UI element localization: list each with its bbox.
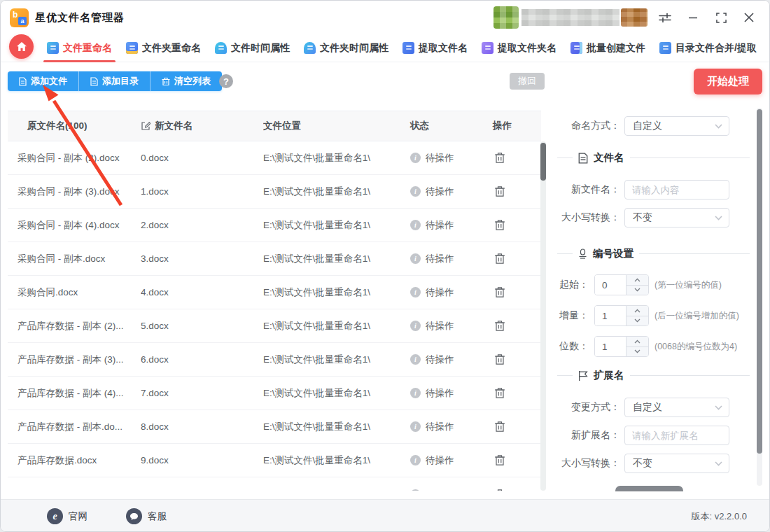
- delete-row-button[interactable]: [493, 386, 507, 400]
- table-row[interactable]: 产品库存数据.docx 9.docx E:\测试文件\批量重命名1\ 待操作: [8, 444, 541, 477]
- tab-merge-extract[interactable]: 目录文件合并/提取: [659, 34, 757, 62]
- merge-extract-icon: [659, 42, 671, 54]
- cell-new-name: 6.docx: [141, 354, 263, 365]
- digits-row: 位数： (0068的编号位数为4): [547, 336, 769, 357]
- trash-icon: [494, 152, 505, 164]
- tab-extract-foldername[interactable]: 提取文件夹名: [482, 34, 556, 62]
- trash-icon: [494, 186, 505, 197]
- ext-case-convert-select[interactable]: 不变: [624, 454, 729, 473]
- help-glyph: ?: [223, 76, 229, 87]
- change-mode-select[interactable]: 自定义: [624, 398, 729, 417]
- cell-new-name: 1.docx: [141, 186, 263, 197]
- status-text: 待操作: [426, 152, 454, 164]
- new-filename-input[interactable]: [624, 180, 729, 200]
- start-number-input[interactable]: [595, 275, 626, 295]
- new-filename-row: 新文件名：: [547, 180, 769, 200]
- table-row[interactable]: 产品库存数据 - 副本.do... 8.docx E:\测试文件\批量重命名1\…: [8, 410, 541, 444]
- tab-extract-filename[interactable]: 提取文件名: [402, 34, 468, 62]
- start-number-stepper: [594, 274, 649, 295]
- tab-file-rename[interactable]: 文件重命名: [47, 34, 112, 62]
- maximize-button[interactable]: [710, 7, 732, 28]
- stepper-down-icon[interactable]: [626, 347, 648, 357]
- table-row[interactable]: 采购合同 - 副本 (2).docx 0.docx E:\测试文件\批量重命名1…: [8, 141, 541, 175]
- table-row[interactable]: 采购合同 - 副本 (3).docx 1.docx E:\测试文件\批量重命名1…: [8, 175, 541, 209]
- close-button[interactable]: [738, 7, 760, 28]
- table-row[interactable]: 产品库存数据 - 副本 (4)... 7.docx E:\测试文件\批量重命名1…: [8, 377, 541, 410]
- table-row[interactable]: 采购合同.docx 4.docx E:\测试文件\批量重命名1\ 待操作: [8, 276, 541, 309]
- minimize-button[interactable]: [682, 7, 704, 28]
- col-status: 状态: [410, 120, 489, 132]
- tab-file-time[interactable]: 文件时间属性: [215, 34, 290, 62]
- tab-folder-rename[interactable]: 文件夹重命名: [126, 34, 201, 62]
- tab-folder-time[interactable]: 文件夹时间属性: [304, 34, 388, 62]
- delete-row-button[interactable]: [493, 318, 507, 333]
- delete-row-button[interactable]: [493, 184, 507, 199]
- help-button[interactable]: ?: [219, 74, 233, 88]
- increment-input[interactable]: [595, 306, 626, 326]
- user-avatar[interactable]: [493, 6, 519, 29]
- chevron-down-icon: [715, 216, 722, 220]
- undo-button[interactable]: 撤回: [510, 73, 545, 90]
- settings-panel: 命名方式： 自定义 文件名 新文件名： 大小写转换： 不变: [547, 104, 769, 491]
- status-text: 待操作: [426, 219, 454, 232]
- table-scrollbar-thumb[interactable]: [540, 143, 546, 181]
- panel-scrollbar-thumb[interactable]: [757, 109, 762, 454]
- cell-new-name: 9.docx: [141, 455, 263, 465]
- stepper-up-icon[interactable]: [626, 306, 648, 316]
- info-icon: [410, 489, 421, 491]
- naming-mode-select[interactable]: 自定义: [624, 116, 729, 136]
- cell-file-location: E:\测试文件\批量重命名1\: [263, 454, 410, 467]
- chevron-down-icon: [715, 405, 722, 410]
- numbering-icon: [578, 248, 587, 259]
- table-scrollbar[interactable]: [540, 141, 546, 491]
- delete-row-button[interactable]: [493, 150, 507, 165]
- panel-scrollbar[interactable]: [757, 108, 762, 486]
- status-text: 待操作: [426, 286, 454, 299]
- delete-row-button[interactable]: [493, 251, 507, 266]
- stepper-up-icon[interactable]: [626, 275, 648, 286]
- delete-row-button[interactable]: [493, 352, 507, 367]
- start-process-button[interactable]: 开始处理: [694, 69, 762, 94]
- cell-original-name: 采购合同.docx: [8, 286, 141, 299]
- trash-icon: [494, 387, 505, 399]
- extract-foldername-icon: [482, 42, 493, 54]
- info-icon: [410, 253, 421, 264]
- stepper-up-icon[interactable]: [626, 337, 648, 347]
- case-convert-select[interactable]: 不变: [624, 208, 729, 227]
- delete-row-button[interactable]: [493, 419, 507, 434]
- digits-input[interactable]: [595, 337, 626, 356]
- new-filename-label: 新文件名：: [547, 183, 620, 196]
- delete-row-button[interactable]: [493, 487, 507, 491]
- start-number-label: 起始：: [547, 279, 589, 291]
- status-text: 待操作: [426, 320, 454, 332]
- delete-row-button[interactable]: [493, 453, 507, 468]
- stepper-down-icon[interactable]: [626, 286, 648, 295]
- cell-file-location: E:\测试文件\批量重命名1\: [263, 421, 410, 433]
- settings-sliders-icon[interactable]: [654, 7, 676, 28]
- panel-bottom-element-clipped: [615, 486, 683, 491]
- tab-batch-create[interactable]: 批量创建文件: [570, 34, 645, 62]
- official-website-link[interactable]: 官网: [47, 508, 88, 524]
- add-directory-button[interactable]: 添加目录: [79, 71, 150, 91]
- delete-row-button[interactable]: [493, 285, 507, 300]
- ext-case-convert-row: 大小写转换： 不变: [547, 454, 769, 473]
- app-logo-icon: b a: [10, 8, 29, 27]
- tab-label: 文件时间属性: [231, 42, 290, 55]
- clear-list-button[interactable]: 清空列表: [150, 71, 222, 91]
- cell-new-name: 2.docx: [141, 220, 263, 230]
- folder-time-icon: [304, 42, 316, 54]
- new-extension-input[interactable]: [624, 426, 729, 445]
- home-button[interactable]: [9, 34, 34, 59]
- add-file-button[interactable]: 添加文件: [8, 71, 79, 91]
- stepper-down-icon[interactable]: [626, 316, 648, 326]
- cell-file-location: E:\测试文件\批量重命名1\: [263, 387, 410, 400]
- table-row[interactable]: 产品库存数据 - 副本 (2)... 5.docx E:\测试文件\批量重命名1…: [8, 309, 541, 343]
- tab-label: 目录文件合并/提取: [676, 42, 757, 55]
- delete-row-button[interactable]: [493, 218, 507, 232]
- table-row[interactable]: 产品库存数据 - 副本 (3)... 6.docx E:\测试文件\批量重命名1…: [8, 343, 541, 377]
- customer-service-link[interactable]: 客服: [126, 508, 167, 524]
- file-icon: [90, 77, 98, 86]
- info-icon: [410, 421, 421, 432]
- table-row[interactable]: 采购合同 - 副本.docx 3.docx E:\测试文件\批量重命名1\ 待操…: [8, 242, 541, 276]
- table-row[interactable]: 采购合同 - 副本 (4).docx 2.docx E:\测试文件\批量重命名1…: [8, 209, 541, 242]
